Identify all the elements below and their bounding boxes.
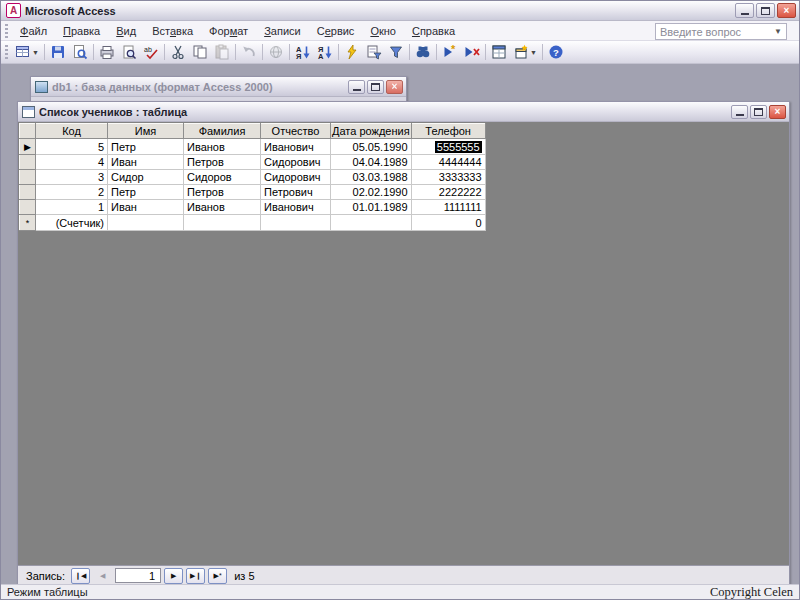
current-record-selector[interactable]: ▶	[20, 139, 36, 155]
record-selector[interactable]	[20, 200, 36, 215]
cell[interactable]: 5	[36, 139, 108, 155]
menu-окно[interactable]: Окно	[362, 22, 404, 40]
cell[interactable]: Иванович	[261, 139, 331, 155]
sort-asc-button[interactable]: АЯ	[292, 42, 314, 62]
table-minimize-button[interactable]	[731, 105, 748, 119]
help-button[interactable]: ?	[545, 42, 567, 62]
spelling-button[interactable]: ab	[140, 42, 162, 62]
last-record-button[interactable]: ▶❙	[186, 568, 205, 584]
cell[interactable]	[261, 215, 331, 231]
table-maximize-button[interactable]	[750, 105, 767, 119]
db-close-button[interactable]: ×	[386, 80, 403, 94]
record-selector[interactable]: *	[20, 215, 36, 231]
cell[interactable]	[184, 215, 261, 231]
filter-by-form-button[interactable]	[363, 42, 385, 62]
sort-desc-button[interactable]: ЯА	[314, 42, 336, 62]
cell[interactable]: Сидор	[108, 170, 184, 185]
ask-question-input[interactable]: Введите вопрос ▼	[655, 23, 787, 40]
filter-by-selection-button[interactable]	[341, 42, 363, 62]
table-window-titlebar[interactable]: Список учеников : таблица ×	[18, 102, 789, 122]
menu-файл[interactable]: Файл	[12, 22, 55, 40]
file-search-button[interactable]	[69, 42, 91, 62]
menubar-drag-handle[interactable]	[5, 24, 8, 38]
db-maximize-button[interactable]	[367, 80, 384, 94]
new-record-button[interactable]: *	[439, 42, 461, 62]
column-header-отчество[interactable]: Отчество	[261, 124, 331, 139]
restore-button[interactable]	[756, 3, 775, 18]
new-object-button[interactable]: ▼	[510, 42, 540, 62]
cell[interactable]: 3333333	[411, 170, 485, 185]
minimize-button[interactable]	[735, 3, 754, 18]
cell[interactable]: 2222222	[411, 185, 485, 200]
copy-button[interactable]	[189, 42, 211, 62]
delete-record-button[interactable]	[461, 42, 483, 62]
menu-правка[interactable]: Правка	[55, 22, 108, 40]
database-window-button[interactable]	[488, 42, 510, 62]
cell[interactable]: 5555555	[411, 139, 485, 155]
column-header-дата-рождения[interactable]: Дата рождения	[331, 124, 412, 139]
database-window-titlebar[interactable]: db1 : база данных (формат Access 2000) ×	[31, 77, 406, 97]
print-preview-icon	[121, 44, 137, 60]
record-selector[interactable]	[20, 170, 36, 185]
new-record-nav-button[interactable]: ▶*	[208, 568, 227, 584]
cell[interactable]: 03.03.1988	[331, 170, 412, 185]
cell[interactable]: 4444444	[411, 155, 485, 170]
cell[interactable]: (Счетчик)	[36, 215, 108, 231]
cell[interactable]: 1111111	[411, 200, 485, 215]
find-button[interactable]	[412, 42, 434, 62]
cell[interactable]: 3	[36, 170, 108, 185]
cell[interactable]: Петр	[108, 139, 184, 155]
current-record-input[interactable]: 1	[115, 568, 161, 583]
record-selector[interactable]	[20, 185, 36, 200]
print-button[interactable]	[96, 42, 118, 62]
view-button[interactable]: ▼	[12, 42, 42, 62]
cell[interactable]	[331, 215, 412, 231]
menu-справка[interactable]: Справка	[404, 22, 463, 40]
record-selector[interactable]	[20, 155, 36, 170]
cell[interactable]: Сидорович	[261, 170, 331, 185]
close-button[interactable]: ×	[777, 3, 796, 18]
cell[interactable]: 2	[36, 185, 108, 200]
print-preview-button[interactable]	[118, 42, 140, 62]
cell[interactable]: 1	[36, 200, 108, 215]
cut-button[interactable]	[167, 42, 189, 62]
selector-corner[interactable]	[20, 124, 36, 139]
menu-записи[interactable]: Записи	[256, 22, 309, 40]
cell[interactable]: Иван	[108, 200, 184, 215]
cell[interactable]: Петров	[184, 185, 261, 200]
cell[interactable]: 05.05.1990	[331, 139, 412, 155]
menu-вставка[interactable]: Вставка	[144, 22, 201, 40]
app-titlebar[interactable]: A Microsoft Access ×	[1, 1, 799, 21]
table-close-button[interactable]: ×	[769, 105, 786, 119]
db-minimize-button[interactable]	[348, 80, 365, 94]
table-window[interactable]: Список учеников : таблица × КодИмяФамили…	[17, 101, 790, 584]
toolbar-drag-handle[interactable]	[5, 45, 8, 59]
menu-сервис[interactable]: Сервис	[309, 22, 363, 40]
cell[interactable]: 01.01.1989	[331, 200, 412, 215]
first-record-button[interactable]: ❙◀	[71, 568, 90, 584]
save-button[interactable]	[47, 42, 69, 62]
cell[interactable]: 4	[36, 155, 108, 170]
cell[interactable]: 02.02.1990	[331, 185, 412, 200]
apply-filter-button[interactable]	[385, 42, 407, 62]
cell[interactable]: Петрович	[261, 185, 331, 200]
column-header-имя[interactable]: Имя	[108, 124, 184, 139]
cell[interactable]: Петров	[184, 155, 261, 170]
cell[interactable]: 0	[411, 215, 485, 231]
cell[interactable]: Петр	[108, 185, 184, 200]
column-header-телефон[interactable]: Телефон	[411, 124, 485, 139]
cell[interactable]	[108, 215, 184, 231]
cell[interactable]: Сидорович	[261, 155, 331, 170]
cell[interactable]: Иван	[108, 155, 184, 170]
cell[interactable]: Иванович	[261, 200, 331, 215]
cell[interactable]: Иванов	[184, 200, 261, 215]
column-header-код[interactable]: Код	[36, 124, 108, 139]
cell[interactable]: 04.04.1989	[331, 155, 412, 170]
cell[interactable]: Сидоров	[184, 170, 261, 185]
column-header-фамилия[interactable]: Фамилия	[184, 124, 261, 139]
menu-формат[interactable]: Формат	[201, 22, 256, 40]
next-record-button[interactable]: ▶	[164, 568, 183, 584]
cell[interactable]: Иванов	[184, 139, 261, 155]
menu-вид[interactable]: Вид	[108, 22, 144, 40]
previous-record-button[interactable]: ◀	[93, 568, 112, 584]
